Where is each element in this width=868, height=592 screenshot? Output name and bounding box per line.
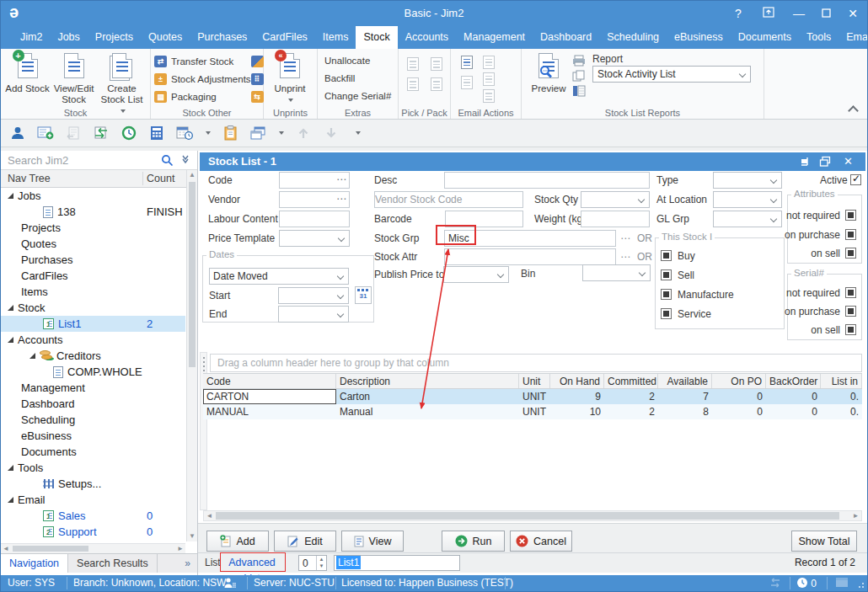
tree-item-support[interactable]: Support0 xyxy=(1,524,185,540)
scroll-up-arrow[interactable]: ▲ xyxy=(187,170,197,180)
pack-icon[interactable] xyxy=(407,77,419,91)
tree-item-management[interactable]: Management xyxy=(1,380,185,396)
serial-not-required-checkbox[interactable] xyxy=(845,287,856,298)
pick-icon[interactable] xyxy=(407,57,419,71)
type-select[interactable] xyxy=(713,172,782,189)
cell-description[interactable]: Carton xyxy=(336,389,519,404)
minimize-button[interactable]: — xyxy=(788,4,810,23)
unprint-button[interactable]: « Unprint xyxy=(267,51,313,105)
attr-not-required-item[interactable]: not required xyxy=(786,210,856,221)
add-cardfile-button[interactable] xyxy=(37,125,54,141)
serial-on-purchase-item[interactable]: on purchase xyxy=(785,306,856,317)
scroll-left-arrow[interactable]: ◄ xyxy=(1,544,11,553)
column-header-unit[interactable]: Unit xyxy=(519,374,550,388)
scrollbar-thumb[interactable] xyxy=(216,512,839,520)
attr-on-sell-checkbox[interactable] xyxy=(845,248,856,259)
view-edit-stock-button[interactable]: View/Edit Stock xyxy=(51,51,97,105)
tree-item-setups[interactable]: Setups... xyxy=(1,476,185,492)
column-divider[interactable] xyxy=(142,172,143,185)
dropdown-arrow-icon[interactable] xyxy=(279,131,284,135)
sell-checkbox[interactable] xyxy=(661,269,672,280)
tree-item-purchases[interactable]: Purchases xyxy=(1,252,185,268)
serial-not-required-item[interactable]: not required xyxy=(786,287,856,299)
menu-tab-quotes[interactable]: Quotes xyxy=(141,26,190,49)
stock-grp-lookup-button[interactable]: ⋯ xyxy=(620,230,631,247)
tree-item-comp-whole[interactable]: COMP.WHOLE xyxy=(1,364,185,380)
menu-tab-stock[interactable]: Stock xyxy=(356,26,397,49)
manufacture-checkbox-item[interactable]: Manufacture xyxy=(661,289,734,301)
attr-not-required-checkbox[interactable] xyxy=(845,210,856,221)
cell-list-in[interactable]: 0. xyxy=(821,404,862,419)
status-sync-icon[interactable] xyxy=(768,577,783,591)
scrollbar-thumb[interactable] xyxy=(189,182,196,367)
calendar-button[interactable]: 31 xyxy=(355,286,372,304)
copy-report-icon[interactable] xyxy=(572,70,586,82)
expander-icon[interactable] xyxy=(29,353,35,359)
view-button[interactable]: View xyxy=(341,531,404,552)
calculator-button[interactable] xyxy=(148,125,165,141)
cascade-windows-button[interactable] xyxy=(249,125,266,141)
scroll-left-arrow[interactable]: ◄ xyxy=(204,511,215,520)
email-receive-all-icon[interactable] xyxy=(483,72,495,86)
cell-on-po[interactable]: 0 xyxy=(712,404,766,419)
tree-vertical-scrollbar[interactable]: ▲ ▼ xyxy=(186,170,197,541)
attr-on-purchase-item[interactable]: on purchase xyxy=(785,229,856,241)
lookup-button[interactable]: ⋯ xyxy=(336,193,347,205)
menu-tab-ebusiness[interactable]: eBusiness xyxy=(667,26,731,49)
tree-item-ebusiness[interactable]: eBusiness xyxy=(1,428,185,444)
pack-serial-icon[interactable] xyxy=(431,77,442,91)
cell-list-in[interactable]: 0. xyxy=(821,389,862,404)
serial-on-sell-item[interactable]: on sell xyxy=(811,324,856,336)
end-date-select[interactable] xyxy=(278,306,349,323)
serial-on-sell-checkbox[interactable] xyxy=(845,324,856,335)
vendor-field[interactable]: ⋯ xyxy=(279,191,350,208)
tree-item-creditors[interactable]: Creditors xyxy=(1,348,185,364)
tree-item-tools[interactable]: Tools xyxy=(1,460,185,476)
scroll-down-arrow[interactable]: ▼ xyxy=(187,531,197,541)
preview-button[interactable]: Preview xyxy=(525,51,572,94)
tree-item-jobs-138[interactable]: 138FINISH xyxy=(1,204,185,220)
email-document-icon[interactable] xyxy=(461,76,473,89)
advanced-list-link[interactable]: Advanced List xyxy=(221,555,283,571)
menu-tab-projects[interactable]: Projects xyxy=(88,26,141,49)
tree-item-scheduling[interactable]: Scheduling xyxy=(1,412,185,428)
cell-description[interactable]: Manual xyxy=(336,404,519,419)
tree-item-dashboard[interactable]: Dashboard xyxy=(1,396,185,412)
toolbar-options-button[interactable] xyxy=(356,131,361,135)
publish-price-select[interactable] xyxy=(443,266,509,283)
start-date-select[interactable] xyxy=(278,287,349,304)
stock-transfer-return-button[interactable] xyxy=(251,52,264,70)
cell-code[interactable]: MANUAL xyxy=(203,404,336,419)
tab-navigation[interactable]: Navigation xyxy=(1,554,68,573)
buy-checkbox-item[interactable]: Buy xyxy=(661,250,695,262)
count-column-header[interactable]: Count xyxy=(147,173,174,184)
desc-field[interactable] xyxy=(444,172,650,189)
service-checkbox[interactable] xyxy=(661,308,672,319)
collapse-ribbon-button[interactable] xyxy=(847,104,859,114)
run-button[interactable]: Run xyxy=(442,531,505,552)
branch-person-icon[interactable] xyxy=(223,577,237,591)
tree-item-projects[interactable]: Projects xyxy=(1,220,185,236)
service-checkbox-item[interactable]: Service xyxy=(661,308,711,320)
lookup-button[interactable]: ⋯ xyxy=(336,173,347,185)
print-icon[interactable] xyxy=(572,55,586,67)
menu-tab-jobs[interactable]: Jobs xyxy=(50,26,87,49)
search-icon[interactable] xyxy=(161,154,174,167)
scroll-right-arrow[interactable]: ► xyxy=(850,511,861,520)
tree-item-quotes[interactable]: Quotes xyxy=(1,236,185,252)
gl-grp-select[interactable] xyxy=(713,211,782,227)
active-checkbox[interactable] xyxy=(850,174,861,185)
column-header-committed[interactable]: Committed xyxy=(604,374,658,388)
group-by-drop-zone[interactable]: Drag a column header here to group by th… xyxy=(210,354,862,372)
move-down-button[interactable] xyxy=(323,125,340,141)
attr-on-sell-item[interactable]: on sell xyxy=(811,248,856,259)
price-template-select[interactable] xyxy=(279,230,350,247)
show-total-button[interactable]: Show Total xyxy=(791,531,857,552)
grid-horizontal-scrollbar[interactable]: ◄ ► xyxy=(203,510,862,521)
bin-select[interactable] xyxy=(582,264,651,281)
tree-item-jobs[interactable]: Jobs xyxy=(1,188,185,204)
email-send-icon[interactable] xyxy=(483,89,495,103)
nav-tree-column-header[interactable]: Nav Tree xyxy=(8,173,51,184)
vendor-stock-code-field[interactable] xyxy=(374,191,523,208)
stock-attr-field[interactable] xyxy=(444,248,616,265)
